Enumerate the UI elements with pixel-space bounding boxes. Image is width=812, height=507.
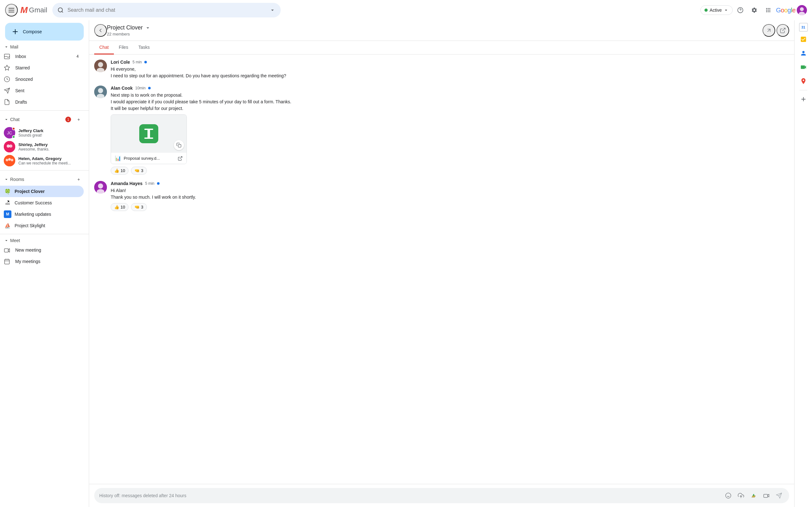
snoozed-icon	[4, 76, 10, 82]
my-meetings-icon	[4, 258, 10, 265]
svg-rect-39	[144, 137, 153, 139]
calendar-side-button[interactable]: 31	[799, 23, 808, 32]
tab-chat[interactable]: Chat	[94, 41, 114, 55]
amanda-hayes-message-content: Amanda Hayes 5 min Hi Alan! Thank you so…	[111, 181, 789, 211]
chat-header-info: Project Clover 22 members	[107, 24, 151, 37]
meet-section-header[interactable]: Meet	[0, 237, 89, 244]
user-avatar[interactable]	[797, 5, 807, 15]
attachment-name: Proposal survey.d...	[124, 156, 175, 161]
chat-section-header[interactable]: Chat 1 +	[0, 113, 89, 126]
maps-side-button[interactable]	[797, 75, 810, 88]
room-item-project-clover[interactable]: 🍀 Project Clover	[0, 186, 84, 197]
mail-section-label: Mail	[4, 44, 18, 49]
sidebar-item-starred[interactable]: Starred	[0, 62, 84, 73]
chat-preview-helen: Can we reschedule the meeti...	[18, 161, 80, 165]
tasks-side-button[interactable]	[797, 33, 810, 46]
chat-add-button[interactable]: +	[73, 114, 84, 124]
compose-plus-icon	[11, 28, 19, 36]
sidebar-item-snoozed[interactable]: Snoozed	[0, 73, 84, 85]
help-button[interactable]	[734, 4, 747, 16]
search-dropdown-arrow[interactable]	[269, 7, 275, 13]
inbox-icon	[4, 53, 10, 60]
sidebar-item-drafts[interactable]: Drafts	[0, 96, 84, 108]
tab-tasks[interactable]: Tasks	[133, 41, 155, 55]
minimize-button[interactable]	[763, 24, 775, 37]
chat-item-jeffery-clark[interactable]: JC Jeffery Clark Sounds great!	[0, 126, 84, 140]
contacts-side-button[interactable]	[797, 47, 810, 60]
reaction-thumbsup-2[interactable]: 👍 10	[111, 203, 129, 211]
svg-point-35	[98, 88, 103, 93]
online-indicator	[12, 135, 15, 138]
sidebar-item-new-meeting[interactable]: New meeting	[0, 244, 84, 256]
drive-button[interactable]	[749, 491, 759, 501]
add-side-button[interactable]	[797, 93, 810, 106]
svg-rect-2	[9, 12, 14, 12]
lori-cole-text-line2: I need to step out for an appointment. D…	[111, 72, 789, 79]
tab-files[interactable]: Files	[114, 41, 134, 55]
rooms-section-header[interactable]: Rooms +	[0, 173, 89, 186]
chat-text-helen: Helen, Adam, Gregory Can we reschedule t…	[18, 156, 80, 165]
active-status-button[interactable]: Active	[700, 5, 733, 15]
mail-section-header[interactable]: Mail	[0, 43, 89, 51]
svg-marker-13	[4, 65, 10, 70]
sidebar-item-my-meetings[interactable]: My meetings	[0, 256, 84, 267]
chat-item-shirley-jeffery[interactable]: Shirley, Jeffery Awesome, thanks.	[0, 140, 84, 154]
jeffery-clark-avatar: JC	[4, 127, 15, 138]
sidebar-item-sent[interactable]: Sent	[0, 85, 84, 96]
rooms-add-button[interactable]: +	[73, 174, 84, 184]
search-bar[interactable]	[52, 3, 281, 17]
apps-button[interactable]	[762, 4, 774, 16]
marketing-updates-initial: M	[4, 210, 11, 218]
chat-room-title: Project Clover	[107, 24, 151, 31]
lori-cole-avatar	[94, 60, 107, 72]
room-label-project-clover: Project Clover	[14, 189, 80, 194]
svg-point-8	[800, 7, 804, 11]
attachment-copy-button[interactable]	[174, 140, 184, 150]
chat-preview-jeffery: Sounds great!	[18, 133, 80, 137]
send-button[interactable]	[774, 491, 784, 501]
attachment-footer: 📊 Proposal survey.d...	[111, 153, 187, 164]
svg-point-32	[98, 62, 103, 67]
lori-cole-text-line1: Hi everyone,	[111, 66, 789, 72]
alan-cook-name: Alan Cook	[111, 86, 133, 91]
attachment-file-icon: 📊	[115, 155, 121, 161]
reaction-thumbsup-1[interactable]: 👍 10	[111, 167, 129, 175]
sidebar-item-inbox[interactable]: Inbox 4	[0, 51, 84, 62]
right-side-icons: 31	[794, 20, 812, 507]
message-amanda-hayes: Amanda Hayes 5 min Hi Alan! Thank you so…	[94, 181, 789, 211]
attachment-open-button[interactable]	[177, 156, 183, 161]
reaction-fist-1[interactable]: 🤜 3	[131, 167, 147, 175]
open-in-new-button[interactable]	[776, 24, 789, 37]
alan-cook-text-line2: I would appreciate it if you could pleas…	[111, 99, 789, 105]
search-icon	[57, 7, 64, 13]
hamburger-button[interactable]	[5, 4, 18, 16]
room-item-project-skylight[interactable]: ⛵ Project Skylight	[0, 220, 84, 231]
messages-area: Lori Cole 5 min Hi everyone, I need to s…	[89, 55, 794, 484]
room-item-marketing-updates[interactable]: M Marketing updates	[0, 209, 84, 220]
svg-rect-49	[764, 494, 768, 498]
svg-rect-40	[178, 145, 181, 147]
chat-text-shirley: Shirley, Jeffery Awesome, thanks.	[18, 142, 80, 152]
back-button[interactable]	[94, 24, 107, 37]
search-input[interactable]	[67, 7, 265, 13]
settings-button[interactable]	[748, 4, 761, 16]
sidebar-divider-1	[0, 110, 89, 111]
upload-button[interactable]	[736, 491, 746, 501]
chat-item-helen-adam-gregory[interactable]: Helen, Adam, Gregory Can we reschedule t…	[0, 154, 84, 168]
room-item-customer-success[interactable]: 🏖 Customer Success	[0, 197, 84, 209]
svg-rect-1	[9, 10, 14, 10]
amanda-hayes-message-header: Amanda Hayes 5 min	[111, 181, 789, 186]
starred-icon	[4, 65, 10, 71]
meet-side-button[interactable]	[797, 61, 810, 73]
compose-button[interactable]: Compose	[5, 23, 84, 41]
chat-input-bar[interactable]: History off: messages deleted after 24 h…	[94, 488, 789, 503]
emoji-button[interactable]	[723, 491, 733, 501]
drafts-icon	[4, 99, 10, 105]
chat-name-helen: Helen, Adam, Gregory	[18, 156, 80, 161]
reaction-fist-2[interactable]: 🤜 3	[131, 203, 147, 211]
svg-point-23	[11, 159, 13, 161]
meet-button[interactable]	[761, 491, 771, 501]
svg-marker-50	[768, 494, 769, 497]
sidebar: Compose Mail Inbox 4 Starred	[0, 20, 89, 507]
room-name-chevron[interactable]	[145, 25, 151, 31]
